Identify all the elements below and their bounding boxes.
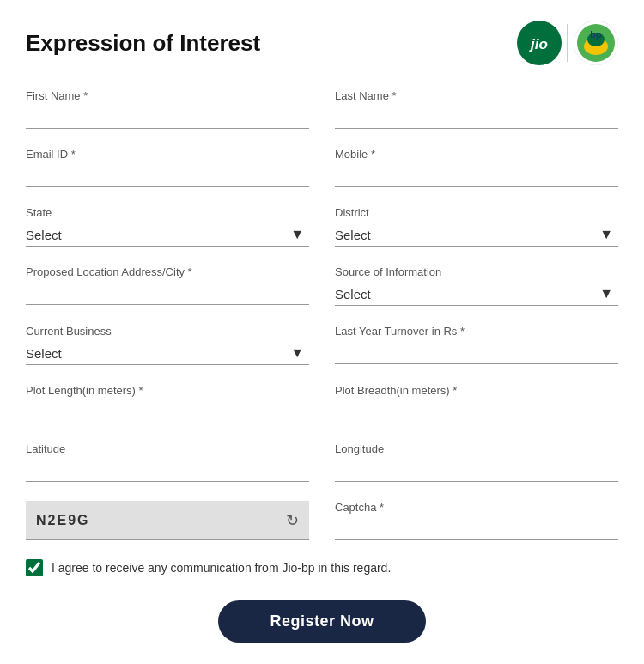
plot-length-input[interactable] bbox=[26, 400, 309, 423]
state-select-wrapper: Select Maharashtra Delhi Karnataka Tamil… bbox=[26, 222, 309, 247]
first-name-field: First Name * bbox=[26, 89, 309, 129]
plot-breadth-field: Plot Breadth(in meters) * bbox=[335, 384, 618, 423]
state-label: State bbox=[26, 206, 309, 219]
email-field: Email ID * bbox=[26, 148, 309, 187]
proposed-location-label: Proposed Location Address/City * bbox=[26, 265, 309, 278]
agreement-label: I agree to receive any communication fro… bbox=[52, 561, 391, 575]
current-business-select[interactable]: Select Retail Manufacturing Services Agr… bbox=[26, 341, 309, 365]
last-name-label: Last Name * bbox=[335, 89, 618, 102]
current-business-select-wrapper: Select Retail Manufacturing Services Agr… bbox=[26, 341, 309, 365]
registration-form: First Name * Last Name * Email ID * Mobi… bbox=[26, 89, 618, 643]
mobile-input[interactable] bbox=[335, 164, 618, 187]
source-select-wrapper: Select Social Media Friend/Referral Adve… bbox=[335, 282, 618, 306]
current-business-field: Current Business Select Retail Manufactu… bbox=[26, 325, 309, 365]
captcha-input-label: Captcha * bbox=[335, 501, 618, 514]
logo-divider bbox=[567, 24, 568, 62]
svg-text:bp: bp bbox=[590, 29, 602, 40]
longitude-label: Longitude bbox=[335, 442, 618, 455]
page-title: Expression of Interest bbox=[26, 30, 260, 57]
captcha-input[interactable] bbox=[335, 517, 618, 540]
first-name-input[interactable] bbox=[26, 106, 309, 129]
proposed-location-field: Proposed Location Address/City * bbox=[26, 265, 309, 306]
source-select[interactable]: Select Social Media Friend/Referral Adve… bbox=[335, 282, 618, 306]
email-input[interactable] bbox=[26, 164, 309, 187]
source-label: Source of Information bbox=[335, 265, 618, 278]
main-container: Expression of Interest jio bbox=[0, 0, 644, 664]
district-field: District Select Mumbai Pune Nagpur ▼ bbox=[335, 206, 618, 247]
longitude-field: Longitude bbox=[335, 442, 618, 482]
plot-breadth-label: Plot Breadth(in meters) * bbox=[335, 384, 618, 397]
longitude-input[interactable] bbox=[335, 459, 618, 482]
mobile-label: Mobile * bbox=[335, 148, 618, 161]
mobile-field: Mobile * bbox=[335, 148, 618, 187]
latitude-label: Latitude bbox=[26, 442, 309, 455]
latitude-input[interactable] bbox=[26, 459, 309, 482]
agreement-row: I agree to receive any communication fro… bbox=[26, 559, 618, 576]
district-select[interactable]: Select Mumbai Pune Nagpur bbox=[335, 222, 618, 247]
logo-area: jio bp bbox=[517, 21, 618, 65]
plot-breadth-input[interactable] bbox=[335, 400, 618, 423]
captcha-refresh-button[interactable]: ↻ bbox=[286, 511, 299, 530]
register-button-wrapper: Register Now bbox=[26, 600, 618, 643]
last-name-field: Last Name * bbox=[335, 89, 618, 129]
latitude-field: Latitude bbox=[26, 442, 309, 482]
turnover-field: Last Year Turnover in Rs * bbox=[335, 325, 618, 365]
proposed-location-input[interactable] bbox=[26, 282, 309, 305]
plot-length-label: Plot Length(in meters) * bbox=[26, 384, 309, 397]
plot-length-field: Plot Length(in meters) * bbox=[26, 384, 309, 423]
source-field: Source of Information Select Social Medi… bbox=[335, 265, 618, 306]
captcha-value: N2E9G bbox=[36, 513, 89, 528]
captcha-row: N2E9G ↻ Captcha * bbox=[26, 501, 618, 540]
agreement-checkbox[interactable] bbox=[26, 559, 43, 576]
last-name-input[interactable] bbox=[335, 106, 618, 129]
captcha-display: N2E9G ↻ bbox=[26, 501, 309, 540]
bp-logo: bp bbox=[574, 21, 618, 65]
current-business-label: Current Business bbox=[26, 325, 309, 338]
email-label: Email ID * bbox=[26, 148, 309, 161]
state-field: State Select Maharashtra Delhi Karnataka… bbox=[26, 206, 309, 247]
header: Expression of Interest jio bbox=[26, 21, 618, 65]
district-label: District bbox=[335, 206, 618, 219]
jio-logo: jio bbox=[517, 21, 562, 65]
first-name-label: First Name * bbox=[26, 89, 309, 102]
captcha-input-group: Captcha * bbox=[335, 501, 618, 540]
state-select[interactable]: Select Maharashtra Delhi Karnataka Tamil… bbox=[26, 222, 309, 247]
turnover-label: Last Year Turnover in Rs * bbox=[335, 325, 618, 338]
district-select-wrapper: Select Mumbai Pune Nagpur ▼ bbox=[335, 222, 618, 247]
turnover-input[interactable] bbox=[335, 341, 618, 364]
svg-text:jio: jio bbox=[529, 36, 548, 52]
register-button[interactable]: Register Now bbox=[218, 600, 425, 643]
